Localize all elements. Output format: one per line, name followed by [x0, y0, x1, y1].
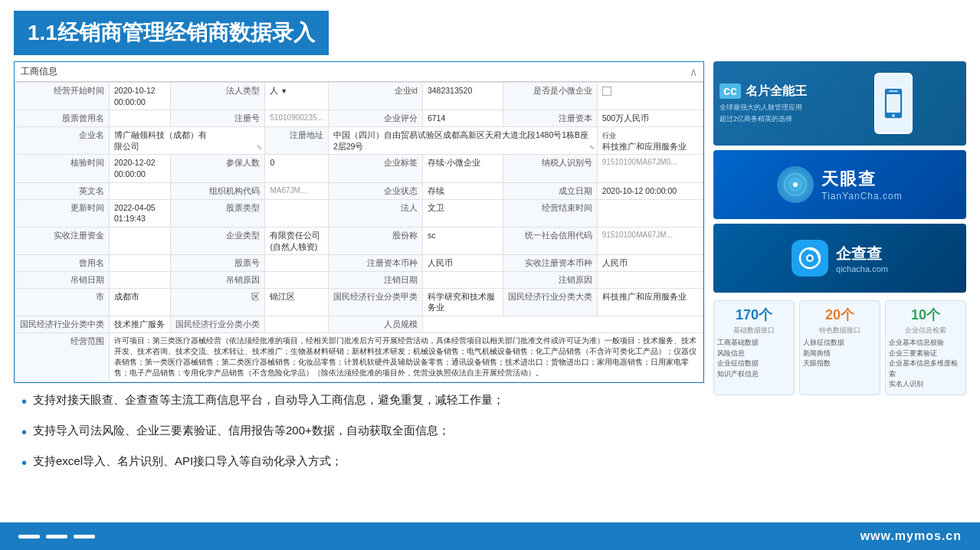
table-row: 核验时间 2020-12-02 00:00:00 参保人数 0 企业标签 存续·… — [15, 155, 703, 182]
qichacha-content: 企查查 qichacha.com — [713, 224, 966, 293]
stat-box-1: 170个 基础数据接口 工商基础数据 风险信息 企业征信数据 知识产权信息 — [713, 300, 795, 395]
label-cell: 实收注册资金 — [15, 227, 110, 254]
biz-table: 经营开始时间 2020-10-12 00:00:00 法人类型 人 ▼ 企业id… — [15, 82, 703, 382]
footer-url: www.mymos.cn — [860, 529, 962, 543]
label-cell: 国民经济行业分类中类 — [15, 316, 110, 333]
value-cell — [110, 110, 171, 127]
svg-rect-1 — [889, 90, 898, 92]
stat-num-2: 20个 — [803, 306, 877, 324]
footer-bar: www.mymos.cn — [0, 522, 980, 550]
value-cell — [110, 255, 171, 272]
value-cell — [265, 255, 329, 272]
label-cell: 统一社会信用代码 — [503, 227, 597, 254]
value-cell: 6714 — [422, 110, 503, 127]
label-cell: 企业标签 — [328, 155, 422, 182]
label-cell: 注销原因 — [503, 271, 597, 288]
tianyanzha-logo-row: 天眼查 TianYanCha.com — [777, 166, 902, 203]
value-cell — [422, 271, 503, 288]
label-cell: 企业id — [328, 83, 422, 110]
phone-mockup — [874, 73, 913, 134]
label-cell: 法人 — [328, 199, 422, 227]
table-row: 经营开始时间 2020-10-12 00:00:00 法人类型 人 ▼ 企业id… — [15, 83, 703, 110]
label-cell: 纳税人识别号 — [503, 155, 597, 182]
value-cell: 2020-12-02 00:00:00 — [110, 155, 171, 182]
tianyanzha-icon — [777, 166, 814, 203]
label-cell: 吊销日期 — [15, 271, 110, 288]
stats-row: 170个 基础数据接口 工商基础数据 风险信息 企业征信数据 知识产权信息 20… — [713, 300, 966, 395]
tianyanzha-logo-svg — [783, 172, 808, 197]
bullet-dot-1: • — [21, 389, 27, 414]
phone-icon — [883, 87, 904, 120]
label-cell: 注销日期 — [328, 271, 422, 288]
value-cell — [597, 199, 703, 227]
bullet-item-1: • 支持对接天眼查、企查查等主流工商信息平台，自动导入工商信息，避免重复，减轻工… — [21, 391, 704, 414]
label-cell: 成立日期 — [503, 182, 597, 199]
label-cell: 人员规模 — [328, 316, 422, 333]
tianyanzha-url: TianYanCha.com — [821, 191, 902, 201]
value-cell — [597, 271, 703, 288]
value-cell: 2022-04-05 01:19:43 — [110, 199, 171, 227]
cc-badge: cc — [719, 83, 741, 99]
value-cell: 技术推广服务 — [110, 316, 171, 333]
value-cell: 0 — [265, 155, 329, 182]
qichacha-logo-row: 企查查 qichacha.com — [792, 240, 888, 277]
bullet-dot-3: • — [21, 450, 27, 475]
svg-point-3 — [892, 114, 895, 117]
value-cell[interactable]: 博广融领科技（成都）有限公司 ✎ — [110, 127, 265, 155]
value-cell: 2020-10-12 00:00:00 — [597, 182, 703, 199]
value-cell — [422, 316, 703, 333]
value-cell[interactable] — [597, 83, 703, 110]
label-cell: 企业评分 — [328, 110, 422, 127]
footer-dot-2 — [46, 535, 67, 539]
label-cell: 企业名 — [15, 127, 110, 155]
value-cell — [265, 316, 329, 333]
value-cell — [265, 271, 329, 288]
label-cell: 国民经济行业分类甲类 — [328, 288, 422, 316]
mingpian-right — [821, 73, 966, 134]
table-row: 国民经济行业分类中类 技术推广服务 国民经济行业分类小类 人员规模 — [15, 316, 703, 333]
mingpian-logo: cc 名片全能王 — [719, 83, 814, 100]
left-panel: 工商信息 ∧ 经营开始时间 2020-10-12 00:00:00 法人类型 人… — [14, 61, 704, 483]
footer-dot-3 — [74, 535, 95, 539]
label-cell: 经营开始时间 — [15, 83, 110, 110]
value-cell: 91510100MA67JM0... — [597, 155, 703, 182]
table-row: 实收注册资金 企业类型 有限责任公司(自然人独资) 股份称 sc 统一社会信用代… — [15, 227, 703, 254]
bullet-text-3: 支持excel导入、名片识别、API接口导入等自动化录入方式； — [33, 452, 343, 470]
label-cell: 企业类型 — [171, 227, 265, 254]
collapse-icon[interactable]: ∧ — [690, 66, 697, 78]
value-cell: 人民币 — [597, 255, 703, 272]
tianyanzha-ad-card: 天眼查 TianYanCha.com — [713, 150, 966, 219]
stat-label-2: 特色数据接口 — [803, 326, 877, 336]
title-bar: 1.1经销商管理经销商数据录入 — [14, 11, 329, 55]
value-cell: 91510100MA67JM... — [597, 227, 703, 254]
mingpian-subtitle2: 超过2亿商务精英的选择 — [719, 114, 814, 124]
value-cell — [110, 182, 171, 199]
stat-num-1: 170个 — [717, 306, 791, 324]
qichacha-url: qichacha.com — [836, 264, 888, 273]
value-cell — [265, 199, 329, 227]
bullets-section: • 支持对接天眼查、企查查等主流工商信息平台，自动导入工商信息，避免重复，减轻工… — [14, 391, 704, 475]
value-cell: 锦江区 — [265, 288, 329, 316]
table-row: 企业名 博广融领科技（成都）有限公司 ✎ 注册地址 中国（四川）自由贸易试验区成… — [15, 127, 703, 155]
table-row: 市 成都市 区 锦江区 国民经济行业分类甲类 科学研究和技术服务业 国民经济行业… — [15, 288, 703, 316]
qichacha-ad-card: 企查查 qichacha.com — [713, 224, 966, 293]
tianyanzha-text: 天眼查 TianYanCha.com — [821, 168, 902, 201]
label-cell: 区 — [171, 288, 265, 316]
label-cell: 国民经济行业分类大类 — [503, 288, 597, 316]
main-content: 工商信息 ∧ 经营开始时间 2020-10-12 00:00:00 法人类型 人… — [0, 61, 980, 483]
right-panel: cc 名片全能王 全球最强大的人脉管理应用 超过2亿商务精英的选择 — [713, 61, 966, 483]
label-cell: 股票曾用名 — [15, 110, 110, 127]
label-cell: 参保人数 — [171, 155, 265, 182]
value-cell: 许可项目：第三类医疗器械经营（依法须经批准的项目，经相关部门批准后方可开展经营活… — [110, 332, 703, 381]
svg-point-6 — [793, 182, 798, 187]
label-cell: 经营结束时间 — [503, 199, 597, 227]
table-row: 吊销日期 吊销原因 注销日期 注销原因 — [15, 271, 703, 288]
mingpian-title: 名片全能王 — [746, 83, 807, 100]
label-cell: 注册号 — [171, 110, 265, 127]
label-cell: 股票类型 — [171, 199, 265, 227]
value-cell[interactable]: 中国（四川）自由贸易试验区成都高新区天府大道北段1480号1栋B座2层29号 ✎ — [328, 127, 597, 155]
value-cell[interactable]: 人 ▼ — [265, 83, 329, 110]
bullet-text-2: 支持导入司法风险、企业三要素验证、信用报告等200+数据，自动获取全面信息； — [33, 421, 450, 440]
stat-num-3: 10个 — [889, 306, 962, 324]
qichacha-logo-svg — [798, 246, 822, 270]
